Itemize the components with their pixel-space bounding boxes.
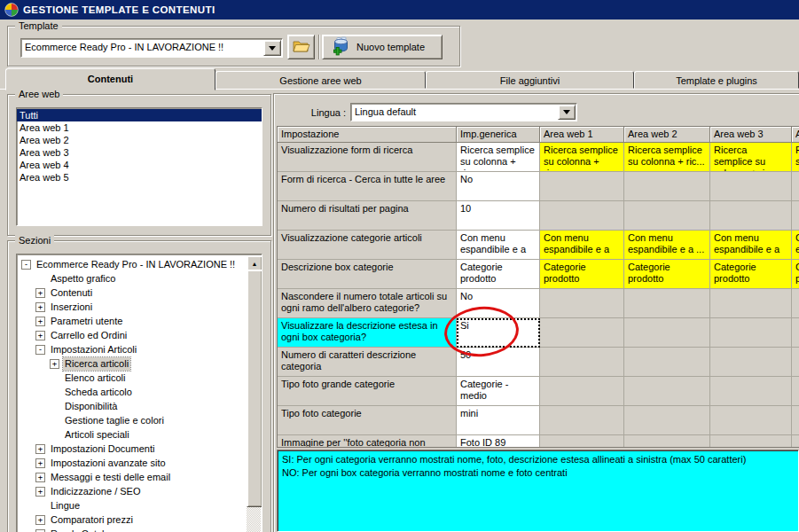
area-value-cell[interactable]: Con menu espandibile e a ... <box>540 231 624 260</box>
generic-value-cell[interactable]: Foto ID 89 <box>457 435 540 448</box>
generic-value-cell[interactable]: No <box>457 289 540 318</box>
aree-web-listbox[interactable]: TuttiArea web 1Area web 2Area web 3Area … <box>16 107 262 226</box>
column-header[interactable]: Area web 2 <box>624 127 710 143</box>
tree-expand-icon[interactable]: + <box>35 317 45 326</box>
template-combobox[interactable]: Ecommerce Ready Pro - IN LAVORAZIONE !! <box>20 38 283 58</box>
tree-expand-icon[interactable]: + <box>35 331 45 340</box>
tree-item[interactable]: +Inserzioni <box>18 300 247 314</box>
tree-expand-icon[interactable]: + <box>35 487 45 497</box>
aree-web-item[interactable]: Area web 5 <box>17 171 262 184</box>
area-value-cell[interactable] <box>710 406 792 435</box>
aree-web-item[interactable]: Area web 2 <box>17 134 262 146</box>
tree-item[interactable]: Gestione taglie e colori <box>18 413 247 427</box>
area-value-cell[interactable]: Categorie prodotto <box>792 260 799 289</box>
area-value-cell[interactable]: Con menu espandibile e a ... <box>792 231 799 260</box>
open-template-button[interactable] <box>287 35 315 59</box>
area-value-cell[interactable] <box>710 348 792 377</box>
tree-item[interactable]: +Comparatori prezzi <box>18 512 247 527</box>
tree-expand-icon[interactable]: + <box>35 529 45 532</box>
area-value-cell[interactable] <box>792 406 799 435</box>
tree-item[interactable]: Elenco articoli <box>18 371 247 385</box>
tree-expand-icon[interactable]: + <box>35 458 45 468</box>
generic-value-cell[interactable]: Si <box>457 318 540 348</box>
tree-collapse-icon[interactable]: - <box>35 345 45 355</box>
tree-expand-icon[interactable]: + <box>50 359 59 369</box>
area-value-cell[interactable] <box>792 348 799 377</box>
tree-item[interactable]: -Impostazioni Articoli <box>18 342 247 356</box>
generic-value-cell[interactable]: Con menu espandibile e a ... <box>457 231 540 260</box>
area-value-cell[interactable] <box>710 435 792 448</box>
aree-web-item[interactable]: Area web 1 <box>17 121 262 134</box>
area-value-cell[interactable] <box>624 348 710 377</box>
area-value-cell[interactable]: Con menu espandibile e a ... <box>710 231 792 260</box>
area-value-cell[interactable] <box>710 172 792 201</box>
tree-expand-icon[interactable]: + <box>35 515 45 525</box>
tab-contenuti[interactable]: Contenuti <box>5 68 215 90</box>
generic-value-cell[interactable]: 50 <box>457 348 540 377</box>
tree-item[interactable]: +Ricerca articoli <box>18 356 247 371</box>
area-value-cell[interactable]: Ricerca semplice su colonna + ric... <box>710 143 792 172</box>
tree-item[interactable]: +Impostazioni avanzate sito <box>18 456 247 470</box>
tree-item[interactable]: +Carrello ed Ordini <box>18 328 247 342</box>
template-dropdown-arrow-button[interactable] <box>263 40 281 56</box>
area-value-cell[interactable] <box>540 435 624 448</box>
area-value-cell[interactable] <box>624 289 710 318</box>
tree-expand-icon[interactable]: + <box>35 302 45 312</box>
area-value-cell[interactable] <box>540 318 624 348</box>
area-value-cell[interactable] <box>792 377 799 406</box>
area-value-cell[interactable] <box>792 289 799 318</box>
area-value-cell[interactable] <box>540 172 624 201</box>
area-value-cell[interactable] <box>792 318 799 348</box>
area-value-cell[interactable] <box>624 201 710 231</box>
tree-collapse-icon[interactable]: - <box>21 260 31 270</box>
area-value-cell[interactable] <box>710 318 792 348</box>
tree-item[interactable]: Lingue <box>18 498 247 512</box>
area-value-cell[interactable] <box>540 406 624 435</box>
area-value-cell[interactable] <box>624 406 710 435</box>
area-value-cell[interactable] <box>540 289 624 318</box>
area-value-cell[interactable] <box>710 377 792 406</box>
tree-item[interactable]: +Messaggi e testi delle email <box>18 470 247 484</box>
area-value-cell[interactable] <box>710 201 792 231</box>
area-value-cell[interactable] <box>540 377 624 406</box>
lingua-combobox[interactable]: Lingua default <box>350 103 577 121</box>
tree-expand-icon[interactable]: + <box>35 473 45 482</box>
column-header[interactable]: Imp.generica <box>457 127 540 143</box>
area-value-cell[interactable] <box>792 172 799 201</box>
column-header[interactable]: Area web 1 <box>540 127 624 143</box>
area-value-cell[interactable] <box>624 318 710 348</box>
area-value-cell[interactable] <box>540 201 624 231</box>
generic-value-cell[interactable]: Categorie prodotto <box>457 260 540 289</box>
generic-value-cell[interactable]: Ricerca semplice su colonna + ric... <box>457 143 540 172</box>
tree-item[interactable]: +Contenuti <box>18 286 247 300</box>
column-header[interactable]: Area web 3 <box>710 127 792 143</box>
lingua-dropdown-arrow-button[interactable] <box>558 105 576 120</box>
area-value-cell[interactable] <box>624 435 710 448</box>
aree-web-item[interactable]: Area web 3 <box>17 146 262 159</box>
area-value-cell[interactable] <box>624 172 710 201</box>
tree-item[interactable]: +Indicizzazione / SEO <box>18 484 247 498</box>
column-header[interactable]: Area web 4 <box>792 127 799 143</box>
sezioni-tree[interactable]: -Ecommerce Ready Pro - IN LAVORAZIONE !!… <box>16 254 262 532</box>
tree-item[interactable]: Disponibilità <box>18 399 247 413</box>
aree-web-item[interactable]: Area web 4 <box>17 159 262 171</box>
tree-item[interactable]: Aspetto grafico <box>18 271 247 286</box>
area-value-cell[interactable] <box>792 435 799 448</box>
tree-item[interactable]: -Ecommerce Ready Pro - IN LAVORAZIONE !! <box>18 257 247 271</box>
scrollbar-thumb[interactable] <box>247 270 262 507</box>
area-value-cell[interactable]: Categorie prodotto <box>624 260 710 289</box>
generic-value-cell[interactable]: No <box>457 172 540 201</box>
area-value-cell[interactable]: Con menu espandibile e a ... <box>624 231 710 260</box>
generic-value-cell[interactable]: mini <box>457 406 540 435</box>
tab-file-aggiuntivi[interactable]: File aggiuntivi <box>426 71 634 89</box>
generic-value-cell[interactable]: 10 <box>457 201 540 231</box>
tree-item[interactable]: +Ready Catalog <box>18 527 247 532</box>
tree-item[interactable]: +Impostazioni Documenti <box>18 442 247 456</box>
column-header[interactable]: Impostazione <box>278 127 457 143</box>
area-value-cell[interactable]: Ricerca semplice su colonna + ric... <box>792 143 799 172</box>
new-template-button[interactable]: Nuovo template <box>322 35 443 59</box>
tree-item[interactable]: +Parametri utente <box>18 314 247 328</box>
tree-expand-icon[interactable]: + <box>35 444 45 454</box>
tree-item[interactable]: Articoli speciali <box>18 427 247 442</box>
area-value-cell[interactable]: Categorie prodotto <box>540 260 624 289</box>
